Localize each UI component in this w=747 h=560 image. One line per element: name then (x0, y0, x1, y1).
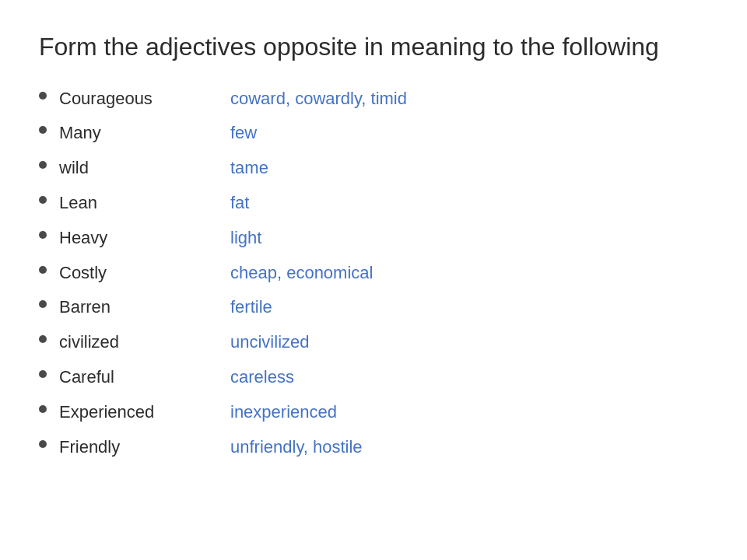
list-item: Costlycheap, economical (39, 261, 708, 285)
list-item: Barrenfertile (39, 296, 708, 320)
page-title: Form the adjectives opposite in meaning … (39, 31, 677, 64)
word-term: Careful (59, 366, 230, 390)
list-item: wildtame (39, 156, 708, 180)
list-item: Experiencedinexperienced (39, 401, 708, 425)
word-term: Courageous (59, 87, 230, 111)
bullet-icon (39, 126, 47, 134)
word-opposite: cheap, economical (230, 261, 373, 285)
word-opposite: careless (230, 366, 294, 390)
bullet-icon (39, 92, 47, 100)
word-opposite: light (230, 226, 261, 250)
word-term: civilized (59, 331, 230, 355)
bullet-icon (39, 196, 47, 204)
word-term: Barren (59, 296, 230, 320)
word-opposite: uncivilized (230, 331, 310, 355)
bullet-icon (39, 266, 47, 274)
bullet-icon (39, 161, 47, 169)
list-item: Friendlyunfriendly, hostile (39, 436, 708, 460)
word-term: wild (59, 156, 230, 180)
list-item: Heavylight (39, 226, 708, 250)
word-term: Heavy (59, 226, 230, 250)
word-term: Costly (59, 261, 230, 285)
word-list: Courageouscoward, cowardly, timidManyfew… (39, 87, 708, 460)
word-term: Lean (59, 191, 230, 215)
word-opposite: inexperienced (230, 401, 337, 425)
word-opposite: tame (230, 156, 268, 180)
bullet-icon (39, 370, 47, 378)
list-item: Leanfat (39, 191, 708, 215)
list-item: Manyfew (39, 121, 708, 145)
list-item: Courageouscoward, cowardly, timid (39, 87, 708, 111)
bullet-icon (39, 231, 47, 239)
word-opposite: few (230, 121, 257, 145)
word-opposite: unfriendly, hostile (230, 436, 363, 460)
word-opposite: coward, cowardly, timid (230, 87, 407, 111)
bullet-icon (39, 335, 47, 343)
word-term: Experienced (59, 401, 230, 425)
word-opposite: fat (230, 191, 249, 215)
bullet-icon (39, 440, 47, 448)
word-opposite: fertile (230, 296, 272, 320)
list-item: civilizeduncivilized (39, 331, 708, 355)
word-term: Friendly (59, 436, 230, 460)
bullet-icon (39, 405, 47, 413)
list-item: Carefulcareless (39, 366, 708, 390)
word-term: Many (59, 121, 230, 145)
bullet-icon (39, 300, 47, 308)
